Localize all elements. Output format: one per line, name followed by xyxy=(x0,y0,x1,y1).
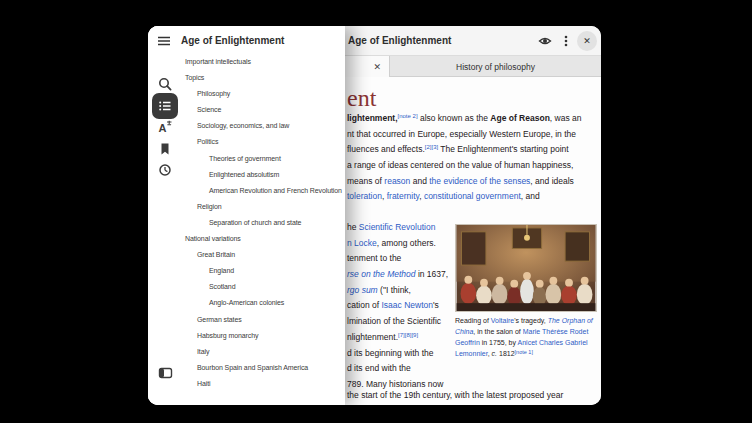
text-segment: d its end with the xyxy=(347,363,411,373)
article-line: cation of Isaac Newton's xyxy=(347,298,448,314)
text-segment: the start of the 19th century, with the … xyxy=(347,390,563,400)
text-segment: fluences and effects. xyxy=(347,144,425,154)
tab-label: History of philosophy xyxy=(456,62,535,72)
bookmark-icon-glyph xyxy=(158,142,172,156)
article-line: nt that occurred in Europe, especially W… xyxy=(347,127,581,143)
article-line: rse on the Method in 1637, xyxy=(347,267,448,283)
toc-item[interactable]: Politics xyxy=(180,134,345,150)
svg-text:A: A xyxy=(159,122,167,134)
article-line: rgo sum ("I think, xyxy=(347,283,448,299)
article-link[interactable]: constitutional government xyxy=(424,191,521,201)
drawer-header: Age of Enlightenment xyxy=(148,26,345,56)
text-segment: nt that occurred in Europe, especially W… xyxy=(347,129,576,139)
kebab-icon-glyph xyxy=(559,34,573,48)
figure-caption: Reading of Voltaire's tragedy, The Orpha… xyxy=(455,315,597,360)
toc-item[interactable]: National variations xyxy=(180,231,345,247)
hamburger-icon-glyph xyxy=(157,34,171,48)
sidebar-rail: A xyxy=(148,56,180,405)
article-line: nlightenment.[7][8][9] xyxy=(347,330,448,346)
text-segment: 789. Many historians now xyxy=(347,379,443,389)
article-line: he Scientific Revolution xyxy=(347,220,448,236)
toc-item[interactable]: Anglo-American colonies xyxy=(180,295,345,311)
search-icon-glyph xyxy=(158,77,172,91)
text-segment: in 1755, by xyxy=(480,339,518,346)
article-heading: ent xyxy=(347,85,376,112)
article-link[interactable]: Voltaire xyxy=(491,317,514,324)
article-link[interactable]: Isaac Newton xyxy=(382,300,434,310)
reference-link[interactable]: [2][3] xyxy=(425,144,438,150)
app-window: Age of Enlightenment ✕ ✕ History of phil… xyxy=(148,26,601,405)
article-line: n Locke, among others. xyxy=(347,236,448,252)
toc-item[interactable]: Theories of government xyxy=(180,151,345,167)
article-line: d its beginning with the xyxy=(347,346,448,362)
toc-item[interactable]: Enlightened absolutism xyxy=(180,167,345,183)
text-segment: , and ideals xyxy=(530,176,573,186)
article-link[interactable]: fraternity xyxy=(387,191,419,201)
toc-drawer: Age of Enlightenment xyxy=(148,26,345,405)
article-line: lightenment,[note 2] also known as the A… xyxy=(347,111,581,127)
reference-link[interactable]: [7][8][9] xyxy=(398,332,418,338)
text-segment: 1812 xyxy=(497,350,515,357)
tab-history-of-philosophy[interactable]: History of philosophy xyxy=(390,56,601,77)
toggle-sidebar-icon[interactable] xyxy=(152,360,178,386)
text-segment: in 1637, xyxy=(416,269,449,279)
toc-item[interactable]: Important intellectuals xyxy=(180,54,345,70)
language-icon-glyph: A xyxy=(158,120,172,134)
text-segment: , in the salon of xyxy=(473,328,522,335)
eye-icon[interactable] xyxy=(535,31,555,51)
toc-item[interactable]: Separation of church and state xyxy=(180,215,345,231)
text-segment: d its beginning with the xyxy=(347,348,433,358)
toc-list: Important intellectualsTopicsPhilosophyS… xyxy=(180,54,345,401)
toc-item[interactable]: Haiti xyxy=(180,376,345,392)
toc-item[interactable]: Sociology, economics, and law xyxy=(180,118,345,134)
window-close-button[interactable]: ✕ xyxy=(577,31,597,51)
toc-item[interactable]: American Revolution and French Revolutio… xyxy=(180,183,345,199)
toc-item[interactable]: England xyxy=(180,263,345,279)
text-segment: also known as the xyxy=(418,113,491,123)
article-line: toleration, fraternity, constitutional g… xyxy=(347,189,581,205)
text-segment: nlightenment. xyxy=(347,332,398,342)
article-line: lmination of the Scientific xyxy=(347,314,448,330)
article-link[interactable]: rse on the Method xyxy=(347,269,416,279)
figure-image[interactable] xyxy=(455,224,597,312)
reference-link[interactable]: [note 2] xyxy=(398,113,418,119)
article-link[interactable]: toleration xyxy=(347,191,382,201)
text-segment: , and xyxy=(521,191,540,201)
article-link[interactable]: the evidence of the senses xyxy=(429,176,530,186)
toc-item[interactable]: Bourbon Spain and Spanish America xyxy=(180,360,345,376)
text-segment: tenment to the xyxy=(347,253,401,263)
article-link[interactable]: Scientific Revolution xyxy=(359,222,436,232)
toc-item[interactable]: Philosophy xyxy=(180,86,345,102)
toc-item[interactable]: Italy xyxy=(180,344,345,360)
article-line: means of reason and the evidence of the … xyxy=(347,174,581,190)
menu-kebab-icon[interactable] xyxy=(556,31,576,51)
text-segment: and xyxy=(410,176,429,186)
reference-link[interactable]: [note 1] xyxy=(515,349,533,355)
toc-item[interactable]: Religion xyxy=(180,199,345,215)
text-segment: ("I think, xyxy=(378,285,411,295)
history-icon[interactable] xyxy=(152,157,178,183)
tab-close-icon[interactable]: ✕ xyxy=(373,56,381,77)
text-segment: , was an xyxy=(550,113,582,123)
text-segment: , among others. xyxy=(377,238,436,248)
text-segment: cation of xyxy=(347,300,382,310)
toc-item[interactable]: German states xyxy=(180,312,345,328)
article-link[interactable]: rgo sum xyxy=(347,285,378,295)
toc-icon-glyph xyxy=(158,99,172,113)
paragraph-2: he Scientific Revolutionn Locke, among o… xyxy=(347,220,448,393)
closing-line: the start of the 19th century, with the … xyxy=(347,390,563,400)
article-line: tenment to the xyxy=(347,251,448,267)
sidebar-toggle-glyph xyxy=(158,366,173,380)
window-title: Age of Enlightenment xyxy=(348,26,451,56)
toc-item[interactable]: Science xyxy=(180,102,345,118)
toc-item[interactable]: Habsburg monarchy xyxy=(180,328,345,344)
text-segment: 's xyxy=(433,300,439,310)
text-segment: he xyxy=(347,222,359,232)
article-link[interactable]: reason xyxy=(384,176,410,186)
toc-item[interactable]: Scotland xyxy=(180,279,345,295)
article-link[interactable]: n Locke xyxy=(347,238,377,248)
toc-item[interactable]: Topics xyxy=(180,70,345,86)
text-segment: 's tragedy, xyxy=(514,317,548,324)
toc-item[interactable]: Great Britain xyxy=(180,247,345,263)
hamburger-menu-icon[interactable] xyxy=(154,31,174,51)
